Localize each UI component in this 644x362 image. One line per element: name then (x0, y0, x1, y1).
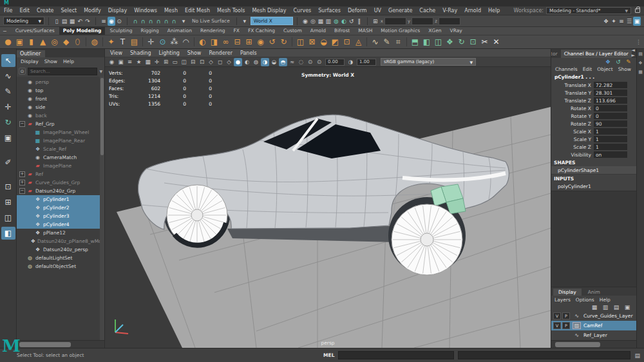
viewport-canvas[interactable]: Verts:70200Edges:130400Faces:60200Tris:1… (105, 67, 551, 348)
select-component-icon[interactable]: ⊙ (115, 17, 123, 26)
layer-menu-help[interactable]: Help (600, 297, 611, 303)
menu-mesh-tools[interactable]: Mesh Tools (217, 8, 245, 14)
make-live-icon[interactable]: ∩ (170, 17, 178, 26)
menu-v-ray[interactable]: V-Ray (442, 8, 457, 14)
poly-disc-icon[interactable]: ⬯ (72, 37, 83, 48)
shelf-tab-curves-surfaces[interactable]: Curves/Surfaces (12, 26, 59, 35)
sculpt-icon[interactable]: ⊡ (468, 37, 478, 48)
outliner-item-back[interactable]: ◉back (17, 111, 104, 120)
render-sequence-icon[interactable]: ▦ (317, 17, 325, 26)
layout-two-pane-icon[interactable]: ◫ (1, 211, 15, 224)
outliner-item-imageplane[interactable]: ▰ImagePlane (17, 162, 104, 170)
looping-icon[interactable]: ↺ (348, 17, 355, 26)
bevel-icon[interactable]: ◧ (421, 37, 432, 48)
outliner-item-datsun240z-persp[interactable]: ❖Datsun240z_persp (17, 245, 104, 254)
grid-coords-icon[interactable]: ⊞ (372, 17, 379, 26)
shelf-tab-vray[interactable]: VRay (446, 26, 466, 35)
snap-view-plane-icon[interactable]: ∩ (162, 17, 170, 26)
poly-torus-icon[interactable]: ◎ (49, 37, 60, 48)
colorspace-dropdown[interactable]: sRGB gamma (legacy) ▼ (381, 58, 476, 66)
image-plane-icon[interactable]: ▦ (144, 58, 152, 66)
shelf-tab-sculpting[interactable]: Sculpting (106, 26, 136, 35)
tab-anim-layers[interactable]: Anim (583, 289, 605, 296)
shadows-icon[interactable]: ◒ (270, 58, 278, 66)
exposure-field[interactable]: 0.00 (325, 59, 345, 66)
channel-box-menu-edit[interactable]: Edit (583, 66, 592, 72)
channel-name[interactable]: Scale Y (551, 137, 594, 142)
shelf-tab-xgen[interactable]: XGen (424, 26, 445, 35)
gate-mask-icon[interactable]: ⊟ (189, 58, 197, 66)
channel-name[interactable]: Rotate Y (551, 113, 594, 119)
outliner-item-defaultobjectset[interactable]: ◍defaultObjectSet (17, 262, 104, 271)
channel-box-icon[interactable]: ≡ (618, 17, 625, 26)
expander-icon[interactable]: − (19, 121, 25, 127)
layer-row-camref[interactable]: VP▨CamRef (551, 321, 636, 330)
hypershade-icon[interactable]: ◍ (332, 17, 340, 26)
render-settings-icon[interactable]: ▥ (325, 17, 332, 26)
select-tool-icon[interactable]: ↖ (1, 54, 15, 67)
layer-move-up-icon[interactable]: ▤ (612, 303, 620, 312)
menu-help[interactable]: Help (488, 8, 500, 14)
select-hierarchy-icon[interactable]: ≡ (100, 17, 108, 26)
selected-object-name[interactable]: pCylinder1 . . . (551, 73, 636, 81)
workspace-dropdown[interactable]: Modeling - Standard* ▼ (546, 7, 631, 14)
channel-value-field[interactable]: 28.301 (594, 90, 627, 96)
outliner-item-imageplane-rear[interactable]: ▦ImagePlane_Rear (17, 137, 104, 145)
panel-menu-renderer[interactable]: Renderer (209, 50, 232, 56)
extract-icon[interactable]: ◩ (330, 37, 341, 48)
lasso-tool-icon[interactable]: ∿ (1, 70, 15, 82)
outliner-item-datsun240z-grp[interactable]: −▰Datsun240z_Grp (17, 187, 104, 195)
y-input[interactable] (412, 17, 433, 25)
occlusion-icon[interactable]: ◓ (279, 58, 287, 66)
modeling-toolkit-strip-icon[interactable]: ❖ (638, 61, 642, 66)
separate-icon[interactable]: ◨ (209, 37, 220, 48)
edit-curve-icon[interactable]: ⌗ (393, 37, 404, 48)
attribute-editor-icon[interactable]: ☰ (625, 17, 633, 26)
xray-icon[interactable]: ◌ (297, 58, 305, 66)
outliner-hscrollbar[interactable] (17, 340, 104, 348)
menu-set-dropdown[interactable]: Modeling ▼ (3, 17, 44, 25)
layer-menu-layers[interactable]: Layers (554, 297, 571, 303)
extrude-icon[interactable]: ⬒ (410, 37, 421, 48)
last-tool-icon[interactable]: ✐ (1, 156, 15, 169)
menu-select[interactable]: Select (61, 8, 77, 14)
grid-icon[interactable]: ⊞ (162, 58, 170, 66)
shelf-tab-motion-graphics[interactable]: Motion Graphics (377, 26, 424, 35)
script-editor-icon[interactable]: ▤ (634, 352, 640, 359)
layer-row-curve-guides-layer[interactable]: VP∿Curve_Guides_Layer (551, 311, 636, 321)
panel-menu-panels[interactable]: Panels (240, 50, 257, 56)
menu-windows[interactable]: Windows (134, 8, 157, 14)
layer-playback-toggle[interactable]: P (562, 322, 570, 329)
outliner-item-imageplane-wheel[interactable]: ▦ImagePlane_Wheel (17, 128, 104, 137)
outliner-menu-display[interactable]: Display (21, 59, 39, 64)
move-tool-icon[interactable]: ✛ (1, 100, 15, 113)
safe-title-icon[interactable]: ◻ (216, 58, 224, 66)
motion-blur-icon[interactable]: ≈ (288, 58, 296, 66)
menu-create[interactable]: Create (37, 8, 54, 14)
menu-file[interactable]: File (4, 8, 12, 14)
camera-rig-icon[interactable]: ◠ (180, 37, 191, 48)
shelf-tab-custom[interactable]: Custom (279, 26, 306, 35)
shelf-overflow-icon[interactable]: ⋮ (636, 39, 641, 45)
channel-box-hscrollbar[interactable] (551, 340, 636, 348)
select-camera-icon[interactable]: ◉ (108, 58, 116, 66)
lock-camera-icon[interactable]: ▣ (117, 58, 125, 66)
tab-attribute-editor[interactable]: Attribute Editor (551, 50, 561, 58)
duplicate-special-icon[interactable]: ◫ (295, 37, 306, 48)
shape-node-name[interactable]: pCylinderShape1 (551, 166, 636, 175)
flip-icon[interactable]: ↻ (278, 37, 289, 48)
bookmarks-icon[interactable]: ★ (135, 58, 143, 66)
menu-surfaces[interactable]: Surfaces (318, 8, 341, 14)
mirror-icon[interactable]: ↺ (267, 37, 278, 48)
layer-visibility-toggle[interactable]: V (553, 312, 561, 319)
shelf-tab-fx[interactable]: FX (229, 26, 243, 35)
append-polygon-icon[interactable]: ↻ (456, 37, 467, 48)
field-chart-icon[interactable]: ⊡ (198, 58, 206, 66)
chevron-down-icon[interactable]: ▼ (180, 17, 187, 26)
layer-swatch-icon[interactable]: ∿ (573, 312, 581, 319)
menu-edit-mesh[interactable]: Edit Mesh (185, 8, 210, 14)
menu-arnold[interactable]: Arnold (464, 8, 481, 14)
attribute-editor-strip-icon[interactable]: ▤ (638, 52, 643, 57)
channel-box-menu-object[interactable]: Object (597, 66, 612, 72)
shaded-icon[interactable]: ● (234, 58, 242, 66)
